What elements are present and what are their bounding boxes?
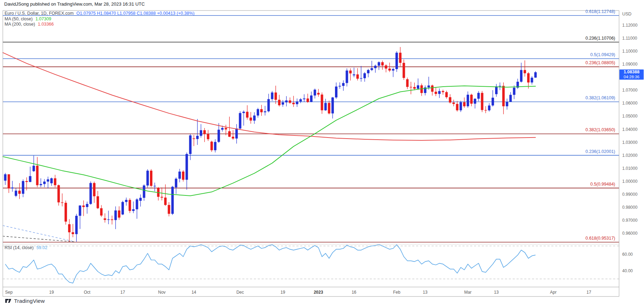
candle-body <box>506 102 508 106</box>
candle-body <box>15 191 17 196</box>
watermark-text: TradingView <box>14 298 45 304</box>
candle-body <box>232 137 234 139</box>
fib-level-label: 0.236(1.08805) <box>585 60 615 66</box>
candle-body <box>431 86 434 92</box>
candle-body <box>363 73 366 78</box>
price-axis-currency: USD <box>622 12 631 16</box>
fib-lines <box>3 15 619 242</box>
candle-body <box>285 100 288 102</box>
candle-body <box>68 224 71 232</box>
bar-countdown: 04:28:36 <box>619 75 644 79</box>
candle-body <box>260 109 263 112</box>
candle-body <box>228 131 231 137</box>
candle-body <box>178 172 181 179</box>
candle-body <box>193 138 195 139</box>
candle-body <box>271 93 274 99</box>
candle-body <box>339 86 341 87</box>
candle-body <box>111 219 113 220</box>
candle-body <box>143 186 145 198</box>
candle-body <box>324 103 327 110</box>
candle-body <box>300 99 302 101</box>
candle-body <box>93 183 96 196</box>
time-axis-tick: Sep <box>0 290 21 295</box>
candle-body <box>243 112 245 113</box>
candle-body <box>171 187 174 214</box>
candle-body <box>150 171 152 186</box>
candle-body <box>445 92 448 98</box>
candle-body <box>495 86 498 94</box>
candle-body <box>331 98 334 114</box>
time-axis-tick: 17 <box>110 290 135 295</box>
candle-body <box>125 200 127 202</box>
candle-body <box>513 88 515 95</box>
price-axis-tick: 1.00000 <box>622 179 637 184</box>
candle-body <box>160 197 163 198</box>
candle-body <box>381 62 384 65</box>
candle-body <box>520 70 523 82</box>
candle-body <box>36 166 39 185</box>
rsi-axis-tick: 40.00 <box>622 268 633 273</box>
candle-body <box>168 205 170 214</box>
candle-body <box>239 113 241 128</box>
candle-body <box>121 202 124 215</box>
candle-body <box>492 98 494 105</box>
candle-body <box>203 130 206 134</box>
candle-body <box>317 93 320 95</box>
candle-body <box>481 93 484 110</box>
candle-body <box>235 128 238 139</box>
time-axis-tick: Feb <box>385 290 409 295</box>
candles-layer[interactable] <box>4 47 537 242</box>
candle-body <box>406 79 409 87</box>
candle-body <box>250 118 252 121</box>
time-axis-tick: 14 <box>182 290 206 295</box>
candle-body <box>4 174 7 181</box>
candle-body <box>531 78 533 82</box>
rsi-line <box>5 245 535 283</box>
time-axis-tick: 13 <box>413 290 438 295</box>
candle-body <box>328 103 330 113</box>
rsi-value: 59.02 <box>37 245 47 250</box>
time-axis-tick: 13 <box>484 290 508 295</box>
candle-body <box>189 135 192 154</box>
fib-level-label: 0.382(1.06109) <box>585 95 615 101</box>
fib-level-label: 0.236(1.10706) <box>585 36 615 41</box>
page-title: DavidJSong published on TradingView.com,… <box>4 1 145 7</box>
candle-body <box>460 102 462 110</box>
candle-body <box>104 218 106 220</box>
candle-body <box>129 200 131 211</box>
candle-body <box>47 179 49 181</box>
candle-body <box>18 191 21 194</box>
candle-body <box>253 115 256 121</box>
time-axis-tick: 2023 <box>306 290 331 295</box>
candle-body <box>139 198 142 201</box>
candle-body <box>225 128 227 129</box>
price-axis-tick: 1.11000 <box>622 36 637 41</box>
candle-body <box>79 206 81 216</box>
candle-body <box>25 181 28 182</box>
candle-body <box>118 211 120 218</box>
price-chart-canvas[interactable] <box>0 0 644 307</box>
fib-level-label: 0.5(1.09429) <box>590 52 615 58</box>
fib-level-label: 0.618(0.95317) <box>585 236 615 241</box>
candle-body <box>346 71 348 83</box>
trendlines[interactable] <box>3 226 76 242</box>
candle-body <box>72 232 74 234</box>
price-axis-tick: 0.97000 <box>622 218 637 223</box>
chart-frame <box>3 11 619 296</box>
candle-body <box>463 102 466 106</box>
ma200-line[interactable] <box>3 53 535 140</box>
candle-body <box>342 83 344 86</box>
candle-body <box>264 111 266 112</box>
rsi-pane[interactable] <box>3 245 619 283</box>
candle-body <box>185 154 188 180</box>
candle-body <box>452 102 455 104</box>
candle-body <box>392 69 394 71</box>
price-axis-tick: 1.02000 <box>622 153 637 158</box>
candle-body <box>403 63 405 78</box>
candle-body <box>289 100 291 103</box>
candle-body <box>413 87 416 89</box>
candle-body <box>356 74 359 79</box>
time-axis-tick: Apr <box>541 290 566 295</box>
candle-body <box>417 85 419 89</box>
ma50-label: MA (50, close) <box>5 16 33 21</box>
